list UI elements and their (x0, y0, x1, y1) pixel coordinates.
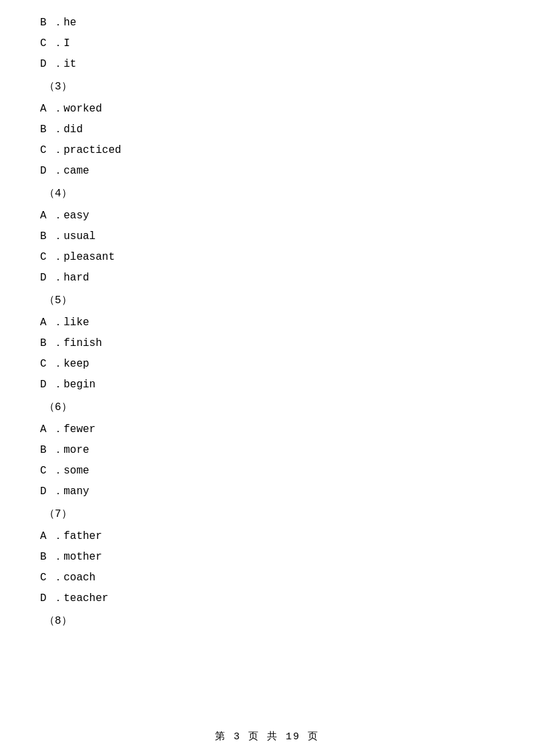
option-2-3: D ．hard (40, 268, 494, 288)
option-2-1: B ．usual (40, 227, 494, 246)
option-1-1: B ．did (40, 120, 494, 140)
option-1-2: C ．practiced (40, 141, 494, 160)
option-3-0: A ．like (40, 313, 494, 333)
option-0-0: B ．he (40, 13, 494, 33)
option-4-2: C ．some (40, 461, 494, 481)
option-1-0: A ．worked (40, 100, 494, 119)
option-2-0: A ．easy (40, 206, 494, 226)
option-5-0: A ．father (40, 527, 494, 546)
option-4-0: A ．fewer (40, 420, 494, 439)
option-5-3: D ．teacher (40, 589, 494, 608)
option-3-2: C ．keep (40, 355, 494, 374)
option-3-1: B ．finish (40, 334, 494, 353)
option-0-2: D ．it (40, 55, 494, 74)
option-4-1: B ．more (40, 441, 494, 460)
group-label-3: （5） (40, 291, 494, 311)
option-4-3: D ．many (40, 482, 494, 502)
main-content: B ．heC ．ID ．it（3）A ．workedB ．didC ．pract… (0, 0, 534, 674)
group-label-5: （7） (40, 505, 494, 524)
option-2-2: C ．pleasant (40, 248, 494, 267)
option-5-2: C ．coach (40, 568, 494, 588)
group-label-4: （6） (40, 398, 494, 417)
page-footer: 第 3 页 共 19 页 (0, 730, 534, 743)
option-1-3: D ．came (40, 162, 494, 181)
group-label-1: （3） (40, 77, 494, 97)
option-0-1: C ．I (40, 34, 494, 53)
group-label-2: （4） (40, 184, 494, 204)
option-5-1: B ．mother (40, 548, 494, 567)
group-label-6: （8） (40, 612, 494, 631)
option-3-3: D ．begin (40, 375, 494, 395)
